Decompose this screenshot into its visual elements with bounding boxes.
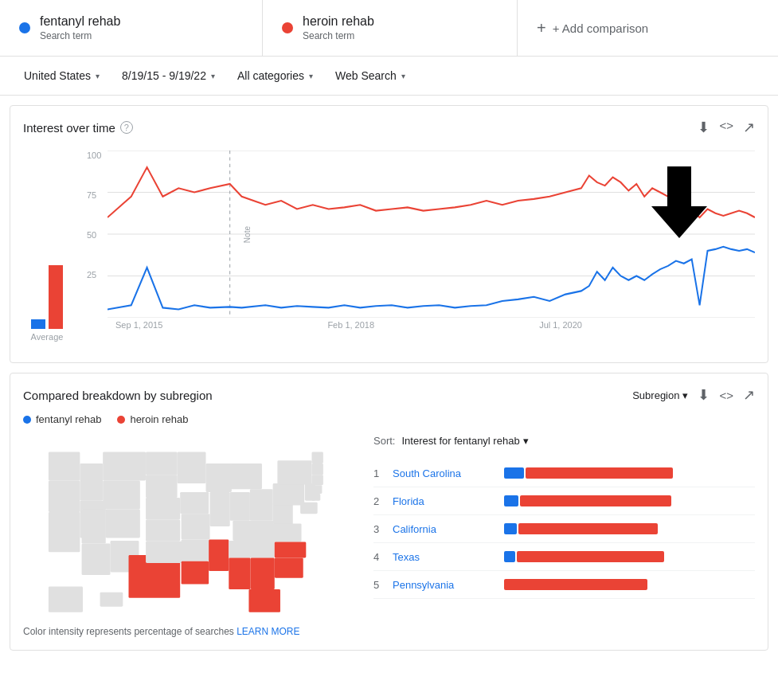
location-label: United States (24, 69, 91, 82)
sort-dropdown[interactable]: Interest for fentanyl rehab ▾ (401, 435, 528, 447)
state-in (230, 492, 250, 521)
x-label-2020: Jul 1, 2020 (539, 320, 582, 330)
breakdown-embed-icon[interactable]: <> (719, 389, 733, 402)
line-chart-area: 100 75 50 25 Note (84, 151, 755, 342)
subregion-dropdown[interactable]: Subregion ▾ (632, 389, 688, 401)
rank-bar-red-4 (517, 551, 664, 562)
state-ut (82, 509, 106, 543)
state-sc (275, 558, 303, 578)
rank-name-4[interactable]: Texas (393, 551, 504, 563)
category-label: All categories (237, 69, 304, 82)
plus-icon: + (537, 19, 546, 37)
filters-bar: United States ▾ 8/19/15 - 9/19/22 ▾ All … (0, 57, 778, 96)
panel-title-group: Interest over time ? (23, 121, 133, 135)
search-term-heroin: heroin rehab Search term (263, 0, 518, 56)
subregion-label: Subregion (632, 389, 679, 401)
rank-bar-red-3 (518, 523, 658, 534)
state-hi (100, 592, 123, 607)
learn-more-link[interactable]: LEARN MORE (237, 626, 299, 637)
sort-row: Sort: Interest for fentanyl rehab ▾ (373, 435, 755, 447)
avg-label: Average (31, 332, 64, 342)
state-ga (251, 558, 275, 590)
search-type-filter[interactable]: Web Search ▾ (327, 65, 413, 87)
sort-chevron-icon: ▾ (523, 435, 529, 447)
breakdown-download-icon[interactable]: ⬇ (698, 386, 710, 404)
embed-icon[interactable]: <> (719, 119, 733, 136)
map-side: Color intensity represents percentage of… (23, 435, 358, 637)
state-nj (305, 483, 315, 501)
location-filter[interactable]: United States ▾ (16, 65, 108, 87)
breakdown-panel: Compared breakdown by subregion Subregio… (10, 373, 768, 651)
avg-bars-group (31, 170, 63, 329)
legend-row: fentanyl rehab heroin rehab (23, 413, 755, 425)
breakdown-content: Color intensity represents percentage of… (23, 435, 755, 637)
chart-container: Average 100 75 50 25 Note (23, 143, 755, 350)
rank-name-5[interactable]: Pennsylvania (393, 579, 504, 591)
note-label: Note (243, 226, 252, 243)
date-chevron-icon: ▾ (211, 72, 215, 80)
legend-heroin: heroin rehab (117, 413, 188, 425)
panel-title: Interest over time (23, 121, 115, 135)
rank-bars-2 (504, 494, 755, 508)
category-filter[interactable]: All categories ▾ (229, 65, 321, 87)
category-chevron-icon: ▾ (309, 72, 313, 80)
state-ks (146, 519, 180, 541)
state-ca (49, 512, 80, 552)
state-mi (230, 463, 262, 489)
x-label-2018: Feb 1, 2018 (327, 320, 374, 330)
breakdown-share-icon[interactable]: ↗ (743, 386, 755, 404)
rank-num-3: 3 (373, 523, 393, 535)
rankings-side: Sort: Interest for fentanyl rehab ▾ 1 So… (373, 435, 755, 637)
state-vt (312, 452, 323, 463)
state-al (229, 558, 250, 590)
date-filter[interactable]: 8/19/15 - 9/19/22 ▾ (114, 65, 223, 87)
state-ia (180, 492, 209, 514)
state-nc (275, 542, 307, 557)
share-icon[interactable]: ↗ (743, 119, 755, 136)
term-name-fentanyl: fentanyl rehab (40, 14, 120, 29)
add-comparison-button[interactable]: + + Add comparison (518, 0, 778, 56)
rankings-list: 1 South Carolina 2 Florida (373, 459, 755, 599)
breakdown-actions: Subregion ▾ ⬇ <> ↗ (632, 386, 755, 404)
location-chevron-icon: ▾ (96, 72, 100, 80)
panel-actions: ⬇ <> ↗ (698, 119, 755, 136)
ranking-row-1: 1 South Carolina (373, 459, 755, 487)
x-axis-labels: Sep 1, 2015 Feb 1, 2018 Jul 1, 2020 (108, 320, 755, 330)
x-label-2015: Sep 1, 2015 (115, 320, 162, 330)
state-ne (146, 498, 180, 519)
state-ok (146, 542, 183, 563)
state-oh (250, 489, 273, 521)
state-nd (146, 452, 178, 475)
term-label-fentanyl: Search term (40, 30, 120, 41)
breakdown-title: Compared breakdown by subregion (23, 389, 213, 402)
rank-num-2: 2 (373, 495, 393, 507)
rank-name-3[interactable]: California (393, 523, 504, 535)
rank-name-2[interactable]: Florida (393, 495, 504, 507)
legend-label-fentanyl: fentanyl rehab (36, 413, 101, 425)
search-type-label: Web Search (335, 69, 397, 82)
search-type-chevron-icon: ▾ (401, 72, 405, 80)
rank-name-1[interactable]: South Carolina (393, 467, 504, 479)
dot-red (282, 22, 293, 33)
add-comparison-label: + Add comparison (553, 22, 649, 35)
download-icon[interactable]: ⬇ (698, 119, 710, 136)
sort-label: Sort: (373, 435, 395, 447)
legend-dot-blue (23, 416, 31, 424)
state-co (106, 509, 140, 538)
state-mt (103, 452, 146, 481)
state-wi (206, 463, 232, 492)
date-label: 8/19/15 - 9/19/22 (122, 69, 206, 82)
state-md (300, 503, 318, 514)
rank-bar-blue-3 (504, 523, 517, 534)
avg-bar-red (49, 265, 63, 329)
panel-header: Interest over time ? ⬇ <> ↗ (23, 119, 755, 136)
breakdown-header: Compared breakdown by subregion Subregio… (23, 386, 755, 404)
term-label-heroin: Search term (303, 30, 374, 41)
subregion-chevron-icon: ▾ (682, 389, 688, 401)
term-name-heroin: heroin rehab (303, 14, 374, 29)
state-nh (312, 463, 323, 475)
interest-over-time-panel: Interest over time ? ⬇ <> ↗ Average 100 … (10, 105, 768, 363)
help-icon[interactable]: ? (120, 121, 133, 134)
state-ar (182, 540, 209, 561)
ranking-row-4: 4 Texas (373, 543, 755, 571)
